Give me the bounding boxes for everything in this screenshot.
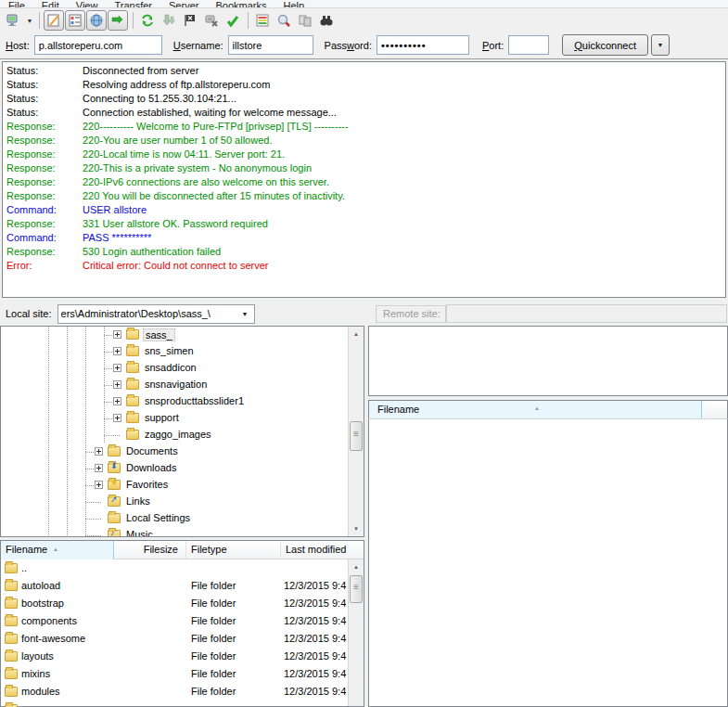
- username-input[interactable]: [228, 35, 313, 55]
- menu-item-edit[interactable]: Edit: [33, 0, 68, 8]
- toggle-log-button[interactable]: [44, 10, 64, 31]
- local-path-combobox[interactable]: ers\Administrator\Desktop\sass_\ ▼: [57, 304, 255, 324]
- expand-plus-icon[interactable]: [113, 397, 121, 405]
- file-row-layouts[interactable]: layoutsFile folder12/3/2015 9:4: [1, 649, 350, 666]
- tree-item-documents[interactable]: Documents: [1, 443, 364, 460]
- toggle-queue-button[interactable]: [108, 10, 128, 31]
- local-list-scrollbar[interactable]: ▲: [348, 559, 364, 706]
- log-entry-message: 220-You are user number 1 of 50 allowed.: [83, 134, 272, 148]
- tree-item-local-settings[interactable]: Local Settings: [1, 510, 364, 527]
- modified-cell: 12/3/2015 9:4: [284, 633, 349, 644]
- expand-plus-icon[interactable]: [113, 414, 121, 422]
- menu-item-view[interactable]: View: [68, 0, 107, 8]
- refresh-icon: [140, 13, 155, 28]
- site-manager-button[interactable]: [3, 10, 23, 31]
- file-row--[interactable]: ..: [1, 560, 350, 578]
- site-manager-dropdown[interactable]: ▼: [24, 10, 35, 31]
- column-header-filesize[interactable]: Filesize: [114, 541, 186, 559]
- host-input[interactable]: [34, 35, 162, 55]
- find-files-button[interactable]: [274, 10, 294, 31]
- folder-icon: [108, 446, 121, 456]
- filter-button[interactable]: [252, 10, 273, 31]
- password-input[interactable]: [377, 35, 469, 55]
- tree-item-sass-[interactable]: sass_: [1, 327, 364, 343]
- expand-plus-icon[interactable]: [95, 447, 103, 456]
- tree-item-snsnavigation[interactable]: snsnavigation: [1, 377, 364, 393]
- log-entry-message: Critical error: Could not connect to ser…: [83, 259, 269, 273]
- tree-guide-line: [85, 343, 86, 360]
- column-header-remote-filename[interactable]: Filename ▲: [369, 401, 702, 418]
- tree-item-label: snsnavigation: [143, 379, 209, 390]
- tree-guide-line: [67, 410, 68, 427]
- modified-cell: 12/3/2015 9:4: [284, 668, 349, 679]
- expand-plus-icon[interactable]: [113, 380, 121, 389]
- tree-item-favorites[interactable]: ★Favorites: [1, 477, 364, 494]
- cancel-button[interactable]: [180, 10, 200, 31]
- scroll-up-arrow[interactable]: ▲: [349, 327, 364, 341]
- expand-plus-icon[interactable]: [113, 364, 121, 372]
- tree-item-music[interactable]: ♪Music: [1, 527, 364, 537]
- scroll-down-arrow[interactable]: ▼: [349, 521, 364, 536]
- column-header-filetype[interactable]: Filetype: [186, 541, 281, 559]
- menu-item-server[interactable]: Server: [160, 0, 207, 8]
- menu-item-file[interactable]: File: [0, 0, 33, 8]
- column-header-filename[interactable]: Filename ▲: [1, 541, 114, 559]
- tree-connector-line: [85, 502, 102, 503]
- quickconnect-bar: Host: Username: Password: Port: Quickcon…: [0, 32, 728, 59]
- log-entry-message: 331 User allstore OK. Password required: [83, 217, 268, 231]
- toggle-remote-tree-button[interactable]: [86, 10, 107, 31]
- tree-item-sns-simen[interactable]: sns_simen: [1, 343, 364, 360]
- file-row-autoload[interactable]: autoloadFile folder12/3/2015 9:4: [1, 578, 350, 596]
- scroll-up-arrow[interactable]: ▲: [349, 559, 364, 574]
- expand-plus-icon[interactable]: [113, 347, 121, 355]
- quickconnect-dropdown[interactable]: ▼: [651, 34, 670, 56]
- disconnect-button[interactable]: [201, 10, 222, 31]
- expand-plus-icon[interactable]: [113, 330, 121, 339]
- file-row-components[interactable]: componentsFile folder12/3/2015 9:4: [1, 613, 350, 631]
- scroll-thumb[interactable]: [350, 575, 363, 603]
- toggle-local-tree-button[interactable]: [65, 10, 85, 31]
- menu-item-bookmarks[interactable]: Bookmarks: [207, 0, 275, 8]
- menu-item-transfer[interactable]: Transfer: [106, 0, 160, 8]
- log-entry-type: Error:: [3, 259, 83, 273]
- reconnect-button[interactable]: [223, 10, 243, 31]
- file-row-modules[interactable]: modulesFile folder12/3/2015 9:4: [1, 684, 350, 701]
- port-input[interactable]: [508, 35, 549, 55]
- music-icon: ♪: [110, 528, 115, 537]
- filetype-cell: File folder: [191, 598, 279, 609]
- remote-tree-panel[interactable]: [368, 326, 728, 396]
- expand-plus-icon[interactable]: [95, 464, 103, 472]
- tree-item-links[interactable]: ➚Links: [1, 494, 364, 510]
- refresh-button[interactable]: [137, 10, 158, 31]
- tree-guide-line: [48, 327, 49, 343]
- menu-item-help[interactable]: Help: [275, 0, 313, 8]
- toolbar: ▼: [0, 9, 728, 32]
- folder-icon: [126, 379, 139, 390]
- file-row-mixins[interactable]: mixinsFile folder12/3/2015 9:4: [1, 666, 350, 684]
- message-log[interactable]: Status:Disconnected from serverStatus:Re…: [2, 61, 726, 298]
- remote-file-list[interactable]: [368, 419, 728, 707]
- column-header-lastmodified[interactable]: Last modified: [281, 541, 350, 559]
- filename-cell: modules: [21, 686, 112, 697]
- quickconnect-button[interactable]: Quickconnect: [562, 34, 648, 56]
- file-row-font-awesome[interactable]: font-awesomeFile folder12/3/2015 9:4: [1, 631, 350, 649]
- file-row-bootstrap[interactable]: bootstrapFile folder12/3/2015 9:4: [1, 596, 350, 613]
- tree-item-support[interactable]: support: [1, 410, 364, 427]
- expand-plus-icon[interactable]: [95, 481, 103, 489]
- local-tree-panel[interactable]: sass_sns_simensnsaddiconsnsnavigationsns…: [0, 326, 364, 537]
- log-entry: Status:Connecting to 51.255.30.104:21...: [3, 92, 725, 106]
- tree-item-snsaddicon[interactable]: snsaddicon: [1, 360, 364, 377]
- process-queue-button[interactable]: [159, 10, 179, 31]
- username-label: Username:: [173, 40, 224, 51]
- synchronized-browsing-button[interactable]: [316, 10, 337, 31]
- log-entry-type: Response:: [3, 175, 83, 189]
- tree-item-zaggo-images[interactable]: zaggo_images: [1, 427, 364, 443]
- folder-icon: [126, 329, 139, 340]
- scroll-thumb[interactable]: [350, 421, 363, 451]
- chevron-down-icon[interactable]: ▼: [239, 311, 251, 317]
- tree-item-snsproducttabsslider1[interactable]: snsproducttabsslider1: [1, 393, 364, 410]
- local-tree-scrollbar[interactable]: ▲ ▼: [348, 327, 364, 536]
- tree-item-downloads[interactable]: ⬇Downloads: [1, 460, 364, 477]
- compare-directories-button[interactable]: [295, 10, 315, 31]
- local-file-list[interactable]: Filename ▲ Filesize Filetype Last modifi…: [0, 540, 364, 707]
